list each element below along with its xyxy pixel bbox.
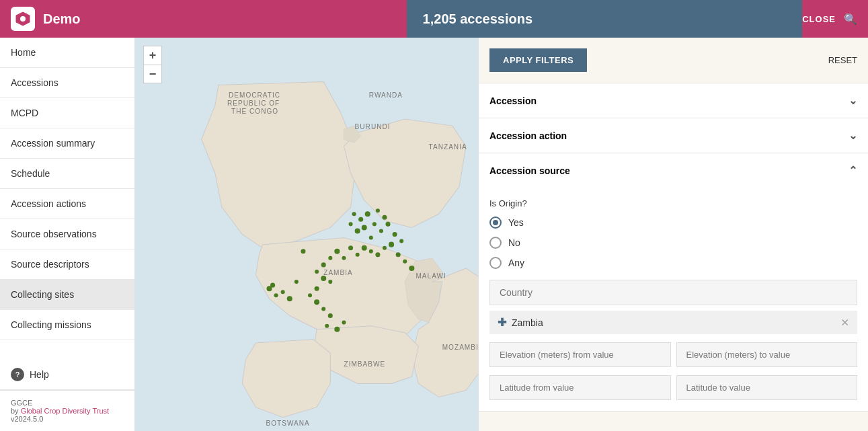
svg-point-28 [386,222,391,227]
sidebar-footer: GGCE by Global Crop Diversity Trust v202… [0,390,134,431]
svg-point-51 [321,307,325,311]
chevron-up-icon: ⌃ [849,164,857,177]
svg-point-55 [342,321,346,325]
filter-section-accession: Accession ⌄ [479,83,868,118]
right-panel: APPLY FILTERS RESET Accession ⌄ Accessio… [478,38,868,431]
filter-toolbar: APPLY FILTERS RESET [479,38,868,83]
svg-marker-10 [242,340,330,418]
svg-point-26 [362,225,367,230]
svg-point-59 [281,290,285,294]
help-icon: ? [11,368,24,381]
svg-point-40 [348,245,353,250]
radio-circle-no [489,237,502,249]
svg-point-1 [20,16,26,22]
main-container: Home Accessions MCPD Accession summary S… [0,38,868,431]
svg-point-49 [308,293,312,297]
svg-point-33 [399,239,403,243]
elevation-to-input[interactable] [676,342,858,367]
svg-point-53 [325,324,329,328]
reset-button[interactable]: RESET [828,55,857,65]
accessions-count: 1,205 accessions [407,0,803,38]
svg-point-38 [362,245,367,251]
svg-point-47 [328,280,332,284]
sidebar-item-mcpd[interactable]: MCPD [0,98,134,128]
filter-section-accession-header[interactable]: Accession ⌄ [479,83,868,118]
sidebar: Home Accessions MCPD Accession summary S… [0,38,135,431]
svg-point-24 [382,215,387,220]
zambia-tag: ✚ Zambia ⨯ [489,311,857,334]
filter-section-accession-source-header[interactable]: Accession source ⌃ [479,153,868,188]
svg-point-27 [379,229,383,233]
apply-filters-button[interactable]: APPLY FILTERS [489,48,587,72]
svg-point-66 [352,212,356,216]
app-header: Demo 1,205 accessions CLOSE 🔍 [0,0,868,38]
version-label: v2024.5.0 [11,415,124,423]
zoom-in-button[interactable]: + [143,46,162,65]
search-icon[interactable]: 🔍 [844,13,857,26]
svg-point-34 [389,242,394,247]
close-button[interactable]: CLOSE [802,14,836,24]
latitude-from-input[interactable] [489,375,671,400]
radio-label-any: Any [508,258,524,268]
sidebar-item-accessions[interactable]: Accessions [0,68,134,98]
svg-point-54 [334,327,340,332]
svg-point-58 [270,283,275,288]
svg-point-31 [349,222,353,226]
country-input[interactable] [489,280,857,305]
radio-label-yes: Yes [508,217,524,228]
sidebar-item-collecting-sites[interactable]: Collecting sites [0,280,134,310]
svg-point-48 [315,286,319,291]
svg-text:DEMOCRATIC: DEMOCRATIC [229,91,280,99]
svg-point-65 [358,217,363,222]
radio-item-any[interactable]: Any [489,257,857,269]
svg-point-39 [356,253,360,257]
sidebar-item-accession-summary[interactable]: Accession summary [0,128,134,159]
svg-point-62 [396,252,401,257]
sidebar-help[interactable]: ? Help [0,360,134,390]
elevation-from-input[interactable] [489,342,671,367]
latitude-row [489,375,857,400]
filter-section-accession-source-label: Accession source [489,165,570,176]
sidebar-item-source-observations[interactable]: Source observations [0,219,134,249]
sidebar-item-source-descriptors[interactable]: Source descriptors [0,249,134,280]
filter-section-accession-action: Accession action ⌄ [479,118,868,153]
svg-text:REPUBLIC OF: REPUBLIC OF [227,100,280,107]
svg-point-52 [328,313,333,318]
org-link[interactable]: Global Crop Diversity Trust [21,407,109,415]
sidebar-item-home[interactable]: Home [0,38,134,68]
app-name: Demo [43,11,407,27]
tag-remove-button[interactable]: ⨯ [840,316,849,329]
filter-section-accession-action-header[interactable]: Accession action ⌄ [479,118,868,153]
app-logo [11,7,35,31]
svg-text:ZAMBIA: ZAMBIA [323,269,353,276]
svg-point-63 [403,260,407,264]
svg-text:BURUNDI: BURUNDI [355,123,391,130]
svg-point-30 [355,228,360,233]
svg-point-64 [409,266,414,271]
svg-point-37 [369,249,373,253]
filter-section-accession-label: Accession [489,95,537,106]
sidebar-item-accession-actions[interactable]: Accession actions [0,189,134,219]
svg-text:ZIMBABWE: ZIMBABWE [344,360,385,368]
svg-text:MOZAMBIQUE: MOZAMBIQUE [442,344,478,351]
map-svg: DEMOCRATIC REPUBLIC OF THE CONGO RWANDA … [135,38,478,431]
svg-text:BOTSWANA: BOTSWANA [266,420,309,427]
radio-item-no[interactable]: No [489,237,857,249]
filter-section-accession-action-label: Accession action [489,130,567,141]
help-label: Help [30,369,49,380]
sidebar-item-schedule[interactable]: Schedule [0,159,134,189]
svg-text:RWANDA: RWANDA [369,91,403,99]
radio-item-yes[interactable]: Yes [489,217,857,229]
radio-circle-yes [489,217,502,229]
latitude-to-input[interactable] [676,375,858,400]
radio-label-no: No [508,237,520,248]
elevation-row [489,342,857,367]
svg-point-23 [376,208,380,212]
sidebar-item-collecting-missions[interactable]: Collecting missions [0,310,134,340]
radio-circle-any [489,257,502,269]
svg-point-41 [342,256,346,260]
zoom-out-button[interactable]: − [143,65,162,83]
map-controls: + − [143,46,162,83]
svg-point-61 [294,280,299,284]
org-attribution: by Global Crop Diversity Trust [11,407,124,415]
